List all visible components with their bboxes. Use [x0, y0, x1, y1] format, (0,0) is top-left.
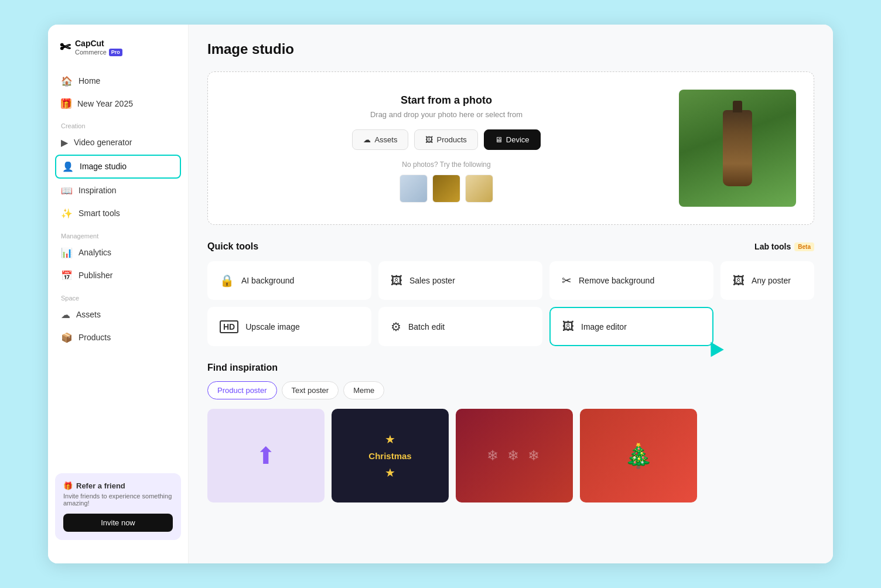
any-poster-tool[interactable]: 🖼 Any poster — [720, 261, 814, 300]
upload-buttons: ☁ Assets 🖼 Products 🖥 Device — [226, 129, 667, 150]
remove-background-icon: ✂ — [562, 274, 572, 288]
image-editor-tool[interactable]: 🖼 Image editor — [549, 307, 713, 346]
pro-badge: Pro — [109, 49, 122, 56]
management-section-label: Management — [55, 225, 181, 242]
inspiration-card-tree[interactable]: 🎄 — [580, 409, 697, 502]
upscale-image-tool[interactable]: HD Upscale image — [207, 307, 371, 346]
space-section-label: Space — [55, 288, 181, 304]
sidebar-item-video-generator[interactable]: ▶ Video generator — [55, 132, 181, 153]
sidebar-navigation: 🏠 Home 🎁 New Year 2025 Creation ▶ Video … — [48, 70, 188, 464]
sample-thumbnails — [226, 175, 667, 203]
invite-now-button[interactable]: Invite now — [63, 514, 173, 532]
assets-upload-button[interactable]: ☁ Assets — [352, 129, 408, 150]
sidebar-item-label: Publisher — [78, 271, 112, 280]
sidebar-item-label: Inspiration — [78, 186, 117, 195]
sidebar: ✄ CapCut Commerce Pro 🏠 Home 🎁 New Year … — [48, 25, 189, 563]
sidebar-item-label: Products — [78, 333, 111, 342]
sidebar-item-label: New Year 2025 — [77, 99, 133, 108]
refer-card-title: 🎁 Refer a friend — [63, 481, 173, 490]
home-icon: 🏠 — [61, 76, 73, 87]
sidebar-item-label: Home — [78, 76, 100, 86]
inspiration-card-christmas[interactable]: ★ Christmas ★ — [332, 409, 449, 502]
sidebar-item-assets[interactable]: ☁ Assets — [55, 304, 181, 326]
sidebar-item-label: Image studio — [80, 162, 127, 171]
sidebar-item-label: Video generator — [74, 138, 132, 147]
products-upload-button[interactable]: 🖼 Products — [414, 129, 477, 150]
sidebar-item-label: Smart tools — [78, 208, 120, 218]
assets-button-icon: ☁ — [363, 135, 371, 144]
sidebar-item-home[interactable]: 🏠 Home — [55, 70, 181, 92]
sidebar-item-analytics[interactable]: 📊 Analytics — [55, 242, 181, 264]
refer-card-description: Invite friends to experience something a… — [63, 493, 173, 507]
upload-subtitle: Drag and drop your photo here or select … — [226, 110, 667, 119]
remove-background-tool[interactable]: ✂ Remove background — [549, 261, 713, 300]
upscale-hd-icon: HD — [220, 320, 238, 333]
sidebar-item-new-year[interactable]: 🎁 New Year 2025 — [55, 93, 181, 114]
beta-badge: Beta — [794, 242, 814, 251]
inspiration-filters: Product poster Text poster Meme — [207, 381, 814, 399]
capcut-logo-icon: ✄ — [60, 40, 70, 55]
sidebar-item-products[interactable]: 📦 Products — [55, 327, 181, 348]
sidebar-item-smart-tools[interactable]: ✨ Smart tools — [55, 203, 181, 224]
logo-sub: Commerce Pro — [75, 49, 122, 56]
sales-poster-tool[interactable]: 🖼 Sales poster — [378, 261, 542, 300]
sample-thumb-1[interactable] — [399, 175, 428, 203]
inspiration-card-1[interactable]: ⬆ — [207, 409, 325, 502]
any-poster-icon: 🖼 — [733, 274, 745, 288]
inspiration-card-snow[interactable]: ❄ ❄ ❄ — [456, 409, 573, 502]
sidebar-item-image-studio[interactable]: 👤 Image studio — [55, 155, 181, 179]
gift-icon: 🎁 — [63, 481, 73, 490]
inspiration-icon: 📖 — [61, 185, 73, 196]
quick-tools-header: Quick tools Lab tools Beta — [207, 241, 814, 252]
sample-thumb-3[interactable] — [465, 175, 493, 203]
filter-text-poster[interactable]: Text poster — [282, 381, 339, 399]
snowflake-decoration: ❄ ❄ ❄ — [487, 447, 541, 464]
products-icon: 📦 — [61, 332, 73, 343]
logo-name: CapCut — [75, 39, 122, 49]
christmas-label: Christmas — [368, 451, 411, 461]
sample-thumb-2[interactable] — [432, 175, 460, 203]
ai-background-tool[interactable]: 🔒 AI background — [207, 261, 371, 300]
sidebar-bottom: 🎁 Refer a friend Invite friends to exper… — [48, 464, 188, 549]
bottle-shape — [723, 110, 752, 186]
sidebar-item-label: Assets — [76, 310, 101, 319]
device-upload-button[interactable]: 🖥 Device — [484, 129, 541, 150]
no-photos-text: No photos? Try the following — [226, 160, 667, 169]
main-content: Image studio Start from a photo Drag and… — [189, 25, 833, 563]
quick-tools-title: Quick tools — [207, 241, 258, 252]
assets-icon: ☁ — [61, 309, 70, 320]
upload-preview-image — [679, 90, 796, 207]
device-button-icon: 🖥 — [495, 135, 503, 144]
image-editor-icon: 🖼 — [562, 320, 574, 333]
star-bottom: ★ — [385, 466, 395, 480]
ai-background-icon: 🔒 — [220, 274, 234, 288]
new-year-icon: 🎁 — [61, 98, 71, 109]
sidebar-item-inspiration[interactable]: 📖 Inspiration — [55, 180, 181, 201]
star-top: ★ — [385, 432, 395, 446]
inspiration-grid: ⬆ ★ Christmas ★ ❄ ❄ ❄ 🎄 — [207, 409, 814, 502]
creation-section-label: Creation — [55, 115, 181, 132]
sales-poster-icon: 🖼 — [391, 274, 402, 288]
photo-upload-area[interactable]: Start from a photo Drag and drop your ph… — [207, 71, 814, 225]
publisher-icon: 📅 — [61, 270, 73, 281]
filter-product-poster[interactable]: Product poster — [207, 381, 277, 399]
filter-meme[interactable]: Meme — [343, 381, 384, 399]
upload-title: Start from a photo — [226, 94, 667, 107]
batch-edit-icon: ⚙ — [391, 320, 401, 334]
bottle-illustration — [679, 90, 796, 207]
lab-tools-label: Lab tools Beta — [754, 242, 814, 251]
batch-edit-tool[interactable]: ⚙ Batch edit — [378, 307, 542, 346]
inspiration-section-title: Find inspiration — [207, 363, 814, 373]
upload-large-icon: ⬆ — [256, 442, 276, 469]
logo-area: ✄ CapCut Commerce Pro — [48, 39, 188, 70]
sidebar-item-label: Analytics — [78, 248, 111, 257]
tree-icon: 🎄 — [624, 442, 653, 470]
video-icon: ▶ — [61, 137, 68, 148]
page-title: Image studio — [207, 41, 814, 57]
sidebar-item-publisher[interactable]: 📅 Publisher — [55, 265, 181, 286]
products-button-icon: 🖼 — [425, 135, 433, 144]
upload-left-panel: Start from a photo Drag and drop your ph… — [226, 94, 667, 203]
smart-tools-icon: ✨ — [61, 208, 73, 219]
refer-card: 🎁 Refer a friend Invite friends to exper… — [55, 473, 181, 540]
analytics-icon: 📊 — [61, 247, 73, 258]
